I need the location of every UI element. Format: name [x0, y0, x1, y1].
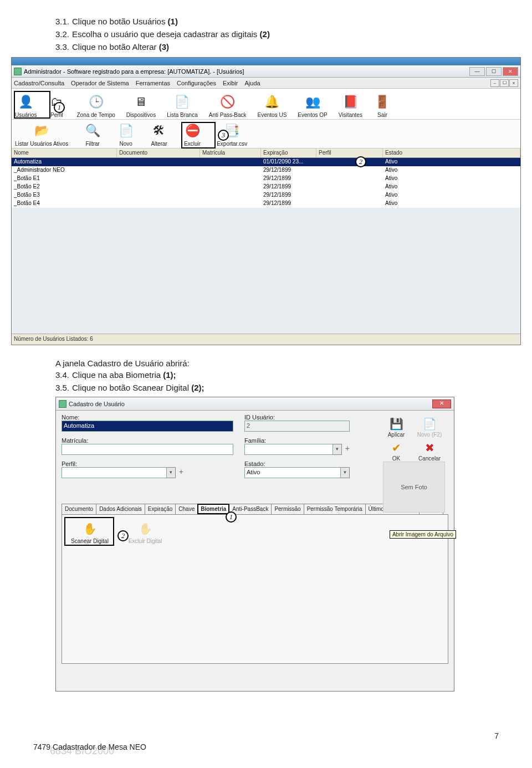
toolbar-alterar[interactable]: 🛠Alterar — [150, 122, 168, 147]
tooltip: Abrir Imagem do Arquivo — [390, 530, 456, 539]
nome-field[interactable]: Automatiza — [62, 421, 233, 432]
action-icon: ✔ — [387, 440, 405, 455]
tab-dados-adicionais[interactable]: Dados Adicionais — [96, 504, 145, 514]
toolbar-icon: 📄 — [117, 122, 135, 140]
toolbar-visitantes[interactable]: 📕Visitantes — [339, 93, 362, 118]
dialog-title: Cadastro de Usuário — [69, 401, 432, 407]
table-row[interactable]: _Administrador NEO29/12/1899Ativo — [12, 166, 520, 175]
menubar: Cadastro/ConsultaOperador de SistemaFerr… — [12, 78, 520, 89]
main-window-screenshot: Administrador - Software registrado para… — [11, 57, 521, 345]
dialog-icon — [59, 400, 66, 408]
table-header: Nome Documento Matrícula Expiração Perfi… — [12, 149, 520, 158]
tab-permiss-o-tempor-ria[interactable]: Permissão Temporária — [304, 504, 366, 514]
footer-text: 7479 Cadastrador de Mesa NEO — [33, 743, 146, 751]
toolbar-lista-branca[interactable]: 📄Lista Branca — [167, 93, 198, 118]
user-dialog-screenshot: Cadastro de Usuário ✕ Nome: Automatiza M… — [55, 397, 454, 692]
chevron-down-icon[interactable]: ▼ — [333, 444, 342, 455]
table-row[interactable]: Automatiza01/01/2090 23...Ativo — [12, 158, 520, 166]
dialog-titlebar: Cadastro de Usuário ✕ — [56, 397, 454, 411]
menu-item[interactable]: Ajuda — [244, 80, 260, 86]
toolbar-dispositivos[interactable]: 🖥Dispositivos — [126, 93, 156, 118]
toolbar-eventos-us[interactable]: 🔔Eventos US — [258, 93, 287, 118]
menu-item[interactable]: Exibir — [223, 80, 238, 86]
annotation-box-2 — [64, 517, 114, 546]
label-estado: Estado: — [244, 460, 350, 467]
dialog-close-button[interactable]: ✕ — [432, 400, 451, 408]
toolbar-filtrar[interactable]: 🔍Filtrar — [84, 122, 101, 147]
instruction-line: 3.3.Clique no botão Alterar (3) — [55, 42, 488, 52]
label-nome: Nome: — [62, 414, 233, 421]
statusbar: Número de Usuários Listados: 6 — [12, 334, 520, 345]
tab-anti-passback[interactable]: Anti-PassBack — [229, 504, 272, 514]
primary-toolbar: 👤Usuários🗂Perfil🕒Zona de Tempo🖥Dispositi… — [12, 89, 520, 120]
no-photo-box: Sem Foto — [383, 462, 445, 513]
page-number: 7 — [494, 731, 499, 740]
annotation-circle-2b: 2 — [117, 530, 129, 541]
users-table: Automatiza01/01/2090 23...Ativo_Administ… — [12, 158, 520, 208]
tab-chave[interactable]: Chave — [175, 504, 198, 514]
instruction-line: 3.1.Clique no botão Usuários (1) — [55, 17, 488, 26]
menu-item[interactable]: Cadastro/Consulta — [14, 80, 64, 86]
estado-field[interactable]: Ativo — [244, 467, 341, 478]
titlebar: Administrador - Software registrado para… — [12, 65, 520, 78]
chevron-down-icon[interactable]: ▼ — [167, 467, 176, 478]
toolbar-listar-usu-rios-ativos[interactable]: 📂Listar Usuários Ativos — [15, 122, 68, 147]
action-novo-f2-: 📄Novo (F2) — [414, 416, 445, 438]
chevron-down-icon[interactable]: ▼ — [341, 467, 350, 478]
tab-permiss-o[interactable]: Permissão — [271, 504, 304, 514]
window-title: Administrador - Software registrado para… — [24, 68, 469, 75]
instruction-line: 3.2.Escolha o usuário que deseja cadastr… — [55, 29, 488, 39]
close-button[interactable]: ✕ — [503, 67, 518, 76]
annotation-circle-1b: 1 — [226, 511, 237, 523]
toolbar-icon: 📄 — [173, 93, 191, 111]
annotation-box-1 — [14, 91, 50, 119]
table-row[interactable]: _Botão E229/12/1899Ativo — [12, 183, 520, 191]
toolbar-eventos-op[interactable]: 👥Eventos OP — [298, 93, 327, 118]
perfil-field[interactable] — [62, 467, 167, 478]
tab-biometria[interactable]: Biometria — [197, 504, 229, 514]
tab-expira-o[interactable]: Expiração — [145, 504, 176, 514]
table-row[interactable]: _Botão E129/12/1899Ativo — [12, 175, 520, 183]
tab-documento[interactable]: Documento — [62, 504, 96, 514]
toolbar-icon: 🚪 — [374, 93, 391, 111]
toolbar-icon: 📂 — [33, 122, 50, 140]
dialog-actions: 💾Aplicar📄Novo (F2)✔OK✖Cancelar — [381, 416, 447, 462]
matricula-field[interactable] — [62, 444, 233, 455]
toolbar-icon: 🖥 — [132, 93, 150, 111]
action-ok[interactable]: ✔OK — [381, 440, 412, 462]
maximize-button[interactable]: ☐ — [486, 67, 502, 76]
menu-item[interactable]: Operador de Sistema — [71, 80, 129, 86]
excluir-digital-button[interactable]: ✋ Excluir Digital — [123, 520, 167, 544]
label-id: ID Usuário: — [244, 414, 350, 421]
action-aplicar[interactable]: 💾Aplicar — [381, 416, 412, 438]
label-familia: Família: — [244, 437, 350, 444]
action-icon: 📄 — [421, 416, 438, 432]
menu-item[interactable]: Configurações — [177, 80, 216, 86]
toolbar-novo[interactable]: 📄Novo — [117, 122, 135, 147]
toolbar-icon: 🛠 — [150, 122, 168, 140]
action-cancelar[interactable]: ✖Cancelar — [414, 440, 445, 462]
table-row[interactable]: _Botão E429/12/1899Ativo — [12, 199, 520, 208]
toolbar-icon: 👥 — [304, 93, 321, 111]
label-perfil: Perfil: — [62, 460, 233, 467]
toolbar-sair[interactable]: 🚪Sair — [374, 93, 391, 118]
toolbar-anti-pass-back[interactable]: 🚫Anti Pass-Back — [209, 93, 247, 118]
hand-icon: ✋ — [137, 520, 154, 537]
id-field: 2 — [244, 421, 350, 432]
annotation-circle-1: 1 — [54, 102, 65, 113]
toolbar-zona-de-tempo[interactable]: 🕒Zona de Tempo — [76, 93, 115, 118]
menu-item[interactable]: Ferramentas — [136, 80, 170, 86]
toolbar-icon: 📕 — [341, 93, 359, 111]
familia-field[interactable] — [244, 444, 333, 455]
toolbar-icon: 🔍 — [84, 122, 101, 140]
instruction-line: 3.4.Clique na aba Biometria (1); — [55, 370, 488, 380]
action-icon: ✖ — [421, 440, 438, 455]
app-icon — [14, 68, 22, 75]
toolbar-icon: 🔔 — [263, 93, 281, 111]
table-row[interactable]: _Botão E329/12/1899Ativo — [12, 191, 520, 199]
minimize-button[interactable]: — — [469, 67, 485, 76]
action-icon: 💾 — [387, 416, 405, 432]
mdi-controls: –☐x — [490, 79, 518, 87]
mid-text: A janela Cadastro de Usuário abrirá: — [55, 359, 488, 368]
annotation-box-3 — [181, 122, 216, 149]
